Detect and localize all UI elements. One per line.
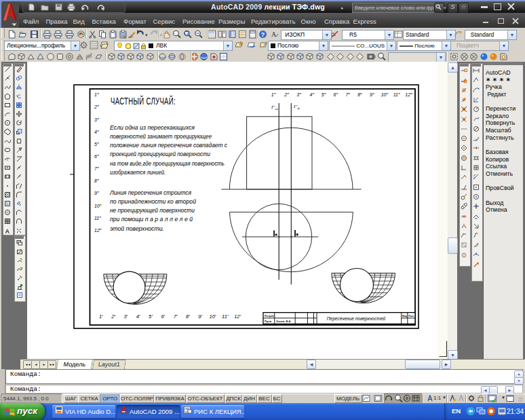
svg-text:ЧАСТНЫЙ СЛУЧАЙ:: ЧАСТНЫЙ СЛУЧАЙ: xyxy=(111,95,176,107)
svg-text:Γ′ф: Γ′ф xyxy=(293,104,300,110)
svg-text:на том виде,где проецирующая п: на том виде,где проецирующая поверхность xyxy=(110,160,225,167)
svg-text:4″: 4″ xyxy=(94,130,99,134)
svg-text:11″: 11″ xyxy=(94,216,101,221)
svg-text:Вар.: Вар. xyxy=(402,315,408,318)
svg-text:10″: 10″ xyxy=(381,92,389,97)
svg-text:2″: 2″ xyxy=(94,104,99,109)
svg-text:Линия пересечения строится: Линия пересечения строится xyxy=(109,189,191,196)
svg-text:12′: 12′ xyxy=(234,313,241,320)
svg-text:2′: 2′ xyxy=(111,313,115,320)
svg-text:11′: 11′ xyxy=(222,313,229,320)
svg-text:Если одна из пересекающихся: Если одна из пересекающихся xyxy=(110,124,195,131)
svg-text:проекцией проецирующей поверхн: проекцией проецирующей поверхности xyxy=(110,151,210,157)
svg-text:12″: 12″ xyxy=(405,92,412,97)
svg-text:2″: 2″ xyxy=(284,92,289,97)
svg-text:8′: 8′ xyxy=(186,313,190,320)
svg-text:Разраб.: Разраб. xyxy=(265,314,275,318)
svg-text:9″: 9″ xyxy=(370,92,374,97)
svg-text:по принадлежности ко второй: по принадлежности ко второй xyxy=(110,198,196,205)
svg-text:9′: 9′ xyxy=(198,313,202,320)
svg-text:Γ′ип: Γ′ип xyxy=(271,104,279,111)
svg-text:Пров.: Пров. xyxy=(265,320,272,323)
svg-text:11″: 11″ xyxy=(393,92,400,97)
svg-text:6″: 6″ xyxy=(94,154,99,159)
svg-text:9″: 9″ xyxy=(94,191,99,195)
svg-text:5″: 5″ xyxy=(94,142,99,147)
svg-text:1″: 1″ xyxy=(94,92,99,97)
svg-text:3′: 3′ xyxy=(124,313,128,320)
svg-text:Засим. В.А: Засим. В.А xyxy=(276,320,291,323)
svg-text:положение линия пересечения со: положение линия пересечения совпадает с xyxy=(110,142,227,149)
svg-text:7′: 7′ xyxy=(174,313,178,320)
svg-text:6′: 6′ xyxy=(161,313,165,320)
svg-text:5′: 5′ xyxy=(149,313,153,320)
svg-text:A: A xyxy=(5,227,10,234)
svg-text:4″: 4″ xyxy=(310,92,315,97)
svg-text:4′: 4′ xyxy=(136,313,140,320)
svg-text:?: ? xyxy=(261,31,265,38)
svg-text:при помощи п а р а л л е л е й: при помощи п а р а л л е л е й xyxy=(110,216,193,223)
svg-text:A: A xyxy=(271,31,277,38)
svg-text:8″: 8″ xyxy=(357,92,362,97)
svg-text:1′: 1′ xyxy=(99,313,103,320)
svg-text:Лист: Лист xyxy=(408,315,414,318)
svg-text:не проецирующей поверхности: не проецирующей поверхности xyxy=(110,207,195,214)
svg-text:поверхностей занимает проециру: поверхностей занимает проецирующее xyxy=(110,133,212,140)
svg-text:8″: 8″ xyxy=(94,178,99,183)
svg-text:6″: 6″ xyxy=(334,92,338,97)
svg-text:12″: 12″ xyxy=(94,228,102,233)
svg-text:1″: 1″ xyxy=(271,92,276,97)
svg-text:5″: 5″ xyxy=(322,92,326,97)
svg-text:10′: 10′ xyxy=(210,313,216,320)
svg-text:Пересечение поверхностей: Пересечение поверхностей xyxy=(327,316,386,322)
svg-text:этой поверхности.: этой поверхности. xyxy=(110,225,164,232)
svg-text:7″: 7″ xyxy=(94,166,99,171)
svg-text:3″: 3″ xyxy=(94,117,99,122)
svg-text:3″: 3″ xyxy=(296,92,301,97)
svg-text:7″: 7″ xyxy=(345,92,350,97)
svg-text:изображается линией.: изображается линией. xyxy=(110,169,166,176)
svg-text:10″: 10″ xyxy=(94,204,102,208)
